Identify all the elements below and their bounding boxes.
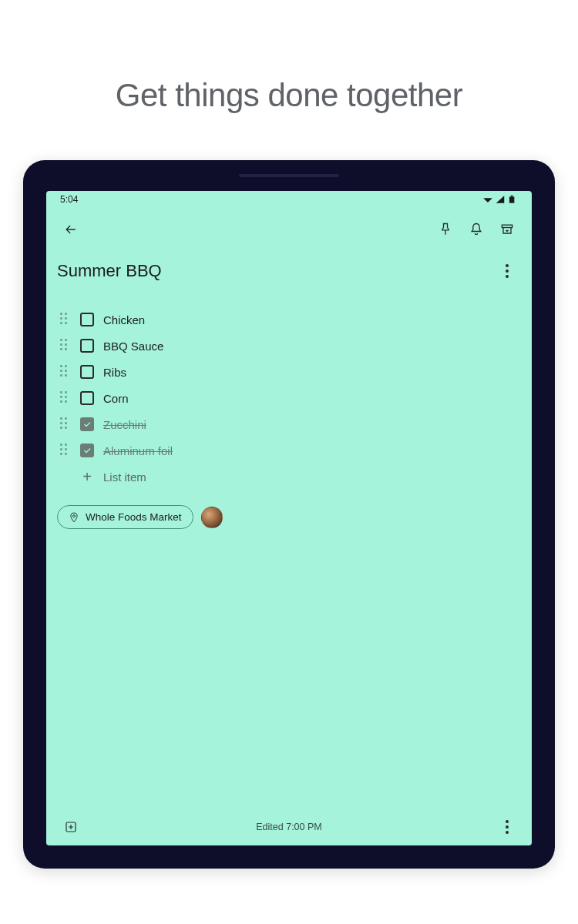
- checklist: ChickenBBQ SauceRibsCornZucchiniAluminum…: [57, 306, 521, 464]
- checklist-item-label[interactable]: BBQ Sauce: [103, 340, 163, 353]
- app-bar: [46, 208, 532, 251]
- location-icon: [69, 512, 79, 523]
- pin-icon: [438, 222, 453, 237]
- status-time: 5:04: [60, 194, 78, 205]
- edited-timestamp: Edited 7:00 PM: [85, 822, 493, 832]
- svg-point-3: [73, 514, 76, 517]
- more-vert-icon: [506, 820, 509, 834]
- app-screen: 5:04 Summer BBQ: [46, 191, 532, 845]
- checklist-item-label[interactable]: Aluminum foil: [103, 444, 173, 457]
- svg-rect-0: [509, 197, 514, 203]
- checkbox[interactable]: [80, 417, 94, 431]
- add-content-button[interactable]: [57, 813, 85, 841]
- bell-icon: [469, 222, 484, 237]
- checkbox[interactable]: [80, 444, 94, 457]
- collaborator-avatar[interactable]: [201, 507, 223, 528]
- more-vert-icon: [506, 264, 509, 278]
- checklist-item: BBQ Sauce: [57, 333, 521, 359]
- wifi-icon: [482, 194, 493, 205]
- signal-icon: [495, 194, 506, 205]
- bottom-bar: Edited 7:00 PM: [46, 808, 532, 845]
- checkbox[interactable]: [80, 339, 94, 353]
- note-title[interactable]: Summer BBQ: [57, 261, 493, 281]
- reminder-button[interactable]: [461, 214, 492, 245]
- pin-button[interactable]: [430, 214, 461, 245]
- drag-handle-icon[interactable]: [60, 444, 71, 457]
- bottom-more-button[interactable]: [493, 813, 521, 841]
- arrow-left-icon: [63, 222, 79, 237]
- add-list-item[interactable]: + List item: [57, 464, 521, 490]
- drag-handle-icon[interactable]: [60, 365, 71, 379]
- svg-rect-1: [511, 196, 513, 197]
- checklist-item-label[interactable]: Corn: [103, 392, 129, 405]
- archive-icon: [499, 222, 515, 237]
- back-button[interactable]: [55, 214, 86, 245]
- checklist-item: Aluminum foil: [57, 437, 521, 464]
- note-body: Summer BBQ ChickenBBQ SauceRibsCornZucch…: [46, 251, 532, 808]
- checkbox[interactable]: [80, 365, 94, 379]
- title-more-button[interactable]: [493, 257, 521, 285]
- drag-handle-icon[interactable]: [60, 417, 71, 431]
- drag-handle-icon[interactable]: [60, 339, 71, 353]
- status-bar: 5:04: [46, 191, 532, 208]
- checklist-item: Ribs: [57, 359, 521, 385]
- add-item-placeholder: List item: [103, 470, 146, 484]
- archive-button[interactable]: [492, 214, 523, 245]
- status-indicators: [482, 194, 518, 205]
- add-box-icon: [64, 820, 78, 834]
- svg-rect-2: [502, 225, 512, 227]
- checklist-item-label[interactable]: Chicken: [103, 313, 145, 326]
- checklist-item: Corn: [57, 385, 521, 411]
- plus-icon: +: [80, 468, 94, 486]
- drag-handle-icon[interactable]: [60, 313, 71, 326]
- location-chip[interactable]: Whole Foods Market: [57, 505, 193, 529]
- drag-handle-icon[interactable]: [60, 391, 71, 405]
- battery-icon: [507, 194, 518, 205]
- checklist-item-label[interactable]: Zucchini: [103, 418, 146, 431]
- checklist-item: Chicken: [57, 306, 521, 333]
- hero-title: Get things done together: [116, 77, 462, 114]
- checklist-item: Zucchini: [57, 411, 521, 437]
- tablet-frame: 5:04 Summer BBQ: [23, 160, 555, 869]
- checkbox[interactable]: [80, 313, 94, 326]
- location-chip-label: Whole Foods Market: [86, 511, 182, 523]
- checklist-item-label[interactable]: Ribs: [103, 366, 126, 379]
- checkbox[interactable]: [80, 391, 94, 405]
